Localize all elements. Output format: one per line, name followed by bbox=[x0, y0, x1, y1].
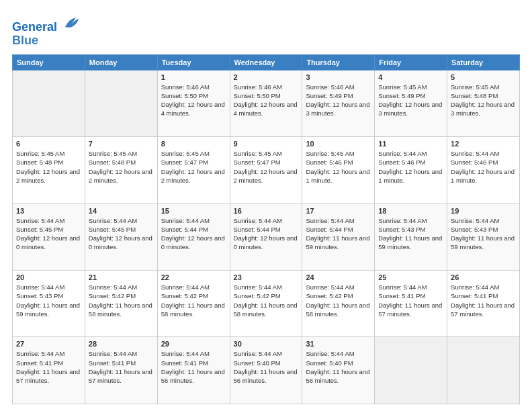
day-info: Sunset: 5:44 PM bbox=[234, 225, 299, 234]
day-info: Daylight: 12 hours and 0 minutes. bbox=[89, 234, 154, 252]
calendar-header-cell: Saturday bbox=[447, 54, 520, 70]
day-info: Sunset: 5:41 PM bbox=[378, 291, 443, 300]
logo-text: General bbox=[12, 12, 81, 34]
day-info: Daylight: 12 hours and 0 minutes. bbox=[234, 234, 299, 252]
calendar-cell: 19Sunrise: 5:44 AMSunset: 5:43 PMDayligh… bbox=[447, 203, 520, 270]
calendar-cell: 16Sunrise: 5:44 AMSunset: 5:44 PMDayligh… bbox=[230, 203, 302, 270]
day-info: Sunset: 5:42 PM bbox=[234, 291, 299, 300]
day-info: Sunrise: 5:44 AM bbox=[234, 283, 299, 291]
day-info: Sunrise: 5:44 AM bbox=[89, 216, 154, 225]
calendar-cell: 14Sunrise: 5:44 AMSunset: 5:45 PMDayligh… bbox=[85, 203, 157, 270]
day-info: Sunrise: 5:45 AM bbox=[234, 149, 299, 158]
calendar-cell: 8Sunrise: 5:45 AMSunset: 5:47 PMDaylight… bbox=[157, 137, 230, 203]
day-info: Sunrise: 5:44 AM bbox=[451, 149, 516, 158]
calendar-cell: 29Sunrise: 5:44 AMSunset: 5:41 PMDayligh… bbox=[157, 337, 230, 404]
calendar-cell: 25Sunrise: 5:44 AMSunset: 5:41 PMDayligh… bbox=[375, 271, 447, 337]
day-number: 16 bbox=[234, 207, 299, 215]
day-info: Sunrise: 5:44 AM bbox=[306, 216, 371, 225]
calendar-week-row: 20Sunrise: 5:44 AMSunset: 5:43 PMDayligh… bbox=[13, 271, 520, 337]
calendar-cell: 18Sunrise: 5:44 AMSunset: 5:43 PMDayligh… bbox=[375, 203, 447, 270]
day-info: Sunset: 5:44 PM bbox=[306, 225, 371, 234]
day-info: Daylight: 11 hours and 57 minutes. bbox=[451, 301, 516, 319]
day-number: 23 bbox=[234, 273, 299, 281]
calendar-cell: 3Sunrise: 5:46 AMSunset: 5:49 PMDaylight… bbox=[302, 70, 375, 136]
calendar-header-cell: Tuesday bbox=[157, 54, 230, 70]
calendar-week-row: 1Sunrise: 5:46 AMSunset: 5:50 PMDaylight… bbox=[13, 70, 520, 136]
day-info: Sunrise: 5:44 AM bbox=[89, 283, 154, 291]
calendar-header-cell: Sunday bbox=[13, 54, 85, 70]
day-info: Sunrise: 5:45 AM bbox=[451, 83, 516, 91]
day-info: Daylight: 11 hours and 58 minutes. bbox=[161, 301, 226, 319]
day-info: Daylight: 11 hours and 57 minutes. bbox=[89, 367, 154, 385]
day-info: Sunrise: 5:44 AM bbox=[161, 283, 226, 291]
day-info: Sunset: 5:45 PM bbox=[89, 225, 154, 234]
day-info: Daylight: 11 hours and 58 minutes. bbox=[89, 301, 154, 319]
calendar-cell: 5Sunrise: 5:45 AMSunset: 5:48 PMDaylight… bbox=[447, 70, 520, 136]
day-info: Sunrise: 5:45 AM bbox=[89, 149, 154, 158]
day-number: 25 bbox=[378, 273, 443, 281]
calendar-cell bbox=[13, 70, 85, 136]
day-info: Sunrise: 5:44 AM bbox=[234, 216, 299, 225]
day-info: Sunset: 5:47 PM bbox=[234, 158, 299, 167]
day-info: Sunrise: 5:45 AM bbox=[161, 149, 226, 158]
day-info: Sunset: 5:46 PM bbox=[378, 158, 443, 167]
day-info: Sunset: 5:42 PM bbox=[89, 291, 154, 300]
header: General Blue bbox=[12, 12, 520, 48]
calendar-cell: 30Sunrise: 5:44 AMSunset: 5:40 PMDayligh… bbox=[230, 337, 302, 404]
day-info: Sunset: 5:42 PM bbox=[161, 291, 226, 300]
day-info: Sunrise: 5:44 AM bbox=[378, 149, 443, 158]
day-info: Sunset: 5:49 PM bbox=[378, 91, 443, 100]
day-info: Sunrise: 5:44 AM bbox=[451, 216, 516, 225]
day-info: Sunrise: 5:45 AM bbox=[16, 149, 81, 158]
calendar-header-cell: Wednesday bbox=[230, 54, 302, 70]
calendar-cell: 23Sunrise: 5:44 AMSunset: 5:42 PMDayligh… bbox=[230, 271, 302, 337]
day-info: Sunset: 5:43 PM bbox=[16, 291, 81, 300]
calendar-week-row: 27Sunrise: 5:44 AMSunset: 5:41 PMDayligh… bbox=[13, 337, 520, 404]
calendar-header-cell: Monday bbox=[85, 54, 157, 70]
day-number: 12 bbox=[451, 140, 516, 148]
day-number: 10 bbox=[306, 140, 371, 148]
day-info: Sunset: 5:41 PM bbox=[451, 291, 516, 300]
day-info: Daylight: 12 hours and 4 minutes. bbox=[161, 100, 226, 118]
day-info: Daylight: 11 hours and 59 minutes. bbox=[16, 301, 81, 319]
day-info: Daylight: 12 hours and 2 minutes. bbox=[16, 167, 81, 185]
calendar-cell: 20Sunrise: 5:44 AMSunset: 5:43 PMDayligh… bbox=[13, 271, 85, 337]
day-info: Sunset: 5:41 PM bbox=[161, 359, 226, 367]
day-info: Sunset: 5:40 PM bbox=[234, 359, 299, 367]
day-info: Sunrise: 5:44 AM bbox=[378, 216, 443, 225]
day-info: Sunset: 5:44 PM bbox=[161, 225, 226, 234]
day-number: 28 bbox=[89, 340, 154, 348]
day-info: Sunset: 5:46 PM bbox=[306, 158, 371, 167]
day-number: 2 bbox=[234, 73, 299, 81]
day-info: Sunrise: 5:44 AM bbox=[306, 349, 371, 358]
day-info: Sunset: 5:50 PM bbox=[161, 91, 226, 100]
day-info: Daylight: 12 hours and 3 minutes. bbox=[451, 100, 516, 118]
day-info: Sunrise: 5:46 AM bbox=[234, 83, 299, 91]
day-number: 9 bbox=[234, 140, 299, 148]
day-info: Sunset: 5:42 PM bbox=[306, 291, 371, 300]
calendar-cell: 27Sunrise: 5:44 AMSunset: 5:41 PMDayligh… bbox=[13, 337, 85, 404]
day-number: 21 bbox=[89, 273, 154, 281]
calendar-cell bbox=[447, 337, 520, 404]
day-number: 4 bbox=[378, 73, 443, 81]
calendar-cell: 22Sunrise: 5:44 AMSunset: 5:42 PMDayligh… bbox=[157, 271, 230, 337]
day-info: Sunrise: 5:44 AM bbox=[451, 283, 516, 291]
day-info: Daylight: 12 hours and 3 minutes. bbox=[378, 100, 443, 118]
calendar-header-row: SundayMondayTuesdayWednesdayThursdayFrid… bbox=[13, 54, 520, 70]
day-info: Daylight: 12 hours and 1 minute. bbox=[451, 167, 516, 185]
day-info: Daylight: 11 hours and 59 minutes. bbox=[451, 234, 516, 252]
day-info: Sunset: 5:48 PM bbox=[16, 158, 81, 167]
day-number: 11 bbox=[378, 140, 443, 148]
day-number: 14 bbox=[89, 207, 154, 215]
calendar-cell: 10Sunrise: 5:45 AMSunset: 5:46 PMDayligh… bbox=[302, 137, 375, 203]
day-info: Sunset: 5:40 PM bbox=[306, 359, 371, 367]
day-info: Daylight: 11 hours and 57 minutes. bbox=[16, 367, 81, 385]
day-number: 7 bbox=[89, 140, 154, 148]
day-info: Sunset: 5:45 PM bbox=[16, 225, 81, 234]
day-number: 19 bbox=[451, 207, 516, 215]
calendar-week-row: 13Sunrise: 5:44 AMSunset: 5:45 PMDayligh… bbox=[13, 203, 520, 270]
day-info: Daylight: 11 hours and 56 minutes. bbox=[234, 367, 299, 385]
calendar-cell: 24Sunrise: 5:44 AMSunset: 5:42 PMDayligh… bbox=[302, 271, 375, 337]
day-info: Daylight: 12 hours and 2 minutes. bbox=[89, 167, 154, 185]
calendar-cell: 6Sunrise: 5:45 AMSunset: 5:48 PMDaylight… bbox=[13, 137, 85, 203]
